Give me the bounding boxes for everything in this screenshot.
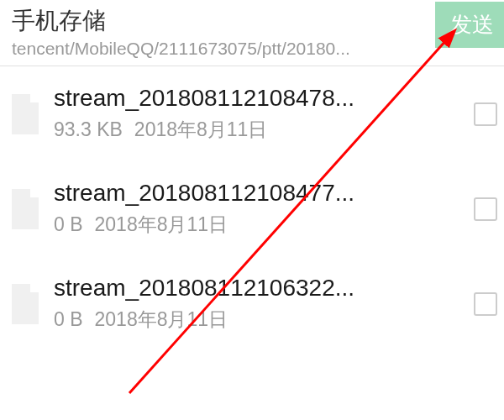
send-button[interactable]: 发送 [435,2,504,48]
file-date: 2018年8月11日 [95,308,228,330]
file-info: stream_201808112108477... 0 B2018年8月11日 [54,180,457,238]
file-info: stream_201808112106322... 0 B2018年8月11日 [54,275,457,333]
file-date: 2018年8月11日 [95,213,228,235]
file-icon [12,284,39,324]
file-icon [12,94,39,134]
file-size: 0 B [54,213,83,235]
checkbox[interactable] [474,197,497,221]
file-item[interactable]: stream_201808112106322... 0 B2018年8月11日 [0,256,504,351]
file-size: 93.3 KB [54,118,123,140]
file-item[interactable]: stream_201808112108477... 0 B2018年8月11日 [0,161,504,256]
page-title: 手机存储 [12,5,492,37]
file-info: stream_201808112108478... 93.3 KB2018年8月… [54,85,457,143]
header: 手机存储 tencent/MobileQQ/2111673075/ptt/201… [0,0,504,66]
file-name: stream_201808112108477... [54,180,457,207]
checkbox[interactable] [474,102,497,126]
file-meta: 93.3 KB2018年8月11日 [54,117,457,143]
checkbox[interactable] [474,292,497,316]
file-date: 2018年8月11日 [134,118,268,140]
breadcrumb-path[interactable]: tencent/MobileQQ/2111673075/ptt/20180... [12,39,492,59]
file-item[interactable]: stream_201808112108478... 93.3 KB2018年8月… [0,66,504,161]
file-meta: 0 B2018年8月11日 [54,307,457,333]
file-meta: 0 B2018年8月11日 [54,212,457,238]
file-size: 0 B [54,308,83,330]
file-name: stream_201808112106322... [54,275,457,302]
file-icon [12,189,39,229]
file-list: stream_201808112108478... 93.3 KB2018年8月… [0,66,504,351]
file-name: stream_201808112108478... [54,85,457,112]
